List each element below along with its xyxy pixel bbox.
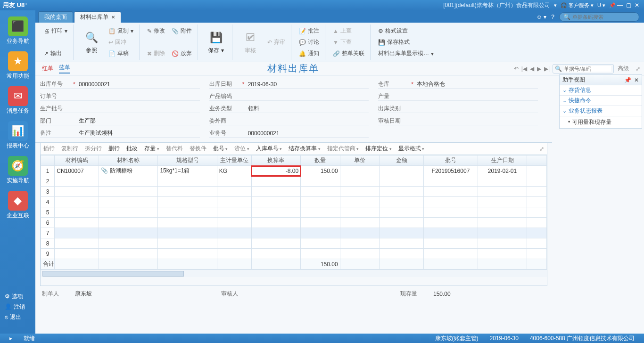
gb-insrow[interactable]: 插行 xyxy=(43,145,55,153)
gb-loc[interactable]: 货位 xyxy=(234,145,249,153)
tab-material-out[interactable]: 材料出库单✕ xyxy=(74,11,121,23)
gb-keeper[interactable]: 指定代管商 xyxy=(327,145,359,153)
barcode-input[interactable] xyxy=(572,14,634,20)
tab-desktop[interactable]: 我的桌面 xyxy=(38,11,73,23)
dept-field[interactable]: 生产部 xyxy=(79,117,96,125)
gb-dispfmt[interactable]: 显示格式 xyxy=(398,145,425,153)
grid-row[interactable]: 5 xyxy=(41,207,547,218)
gb-splitrow[interactable]: 拆分行 xyxy=(85,145,102,153)
nav-business[interactable]: ⬛业务导航 xyxy=(4,14,32,47)
sec-quick[interactable]: 快捷命令 xyxy=(560,96,642,106)
abandon-button[interactable]: 🚫 放弃 xyxy=(170,49,194,59)
help-icon[interactable]: ? xyxy=(551,14,554,20)
doc-search[interactable]: 🔍 xyxy=(553,64,614,74)
save-button[interactable]: 💾保存 ▾ xyxy=(204,30,228,55)
attach-button[interactable]: 📎 附件 xyxy=(170,26,194,36)
advanced-link[interactable]: 高级 xyxy=(618,65,629,73)
delete-button[interactable]: ✖ 删除 xyxy=(145,49,167,59)
close-button[interactable]: ✕ xyxy=(633,2,641,8)
nav-favorites[interactable]: ★常用功能 xyxy=(4,49,32,82)
gb-batchmod[interactable]: 批改 xyxy=(126,145,138,153)
cell-name[interactable]: 📎 防潮糖粉 xyxy=(99,166,158,176)
blue-doc-link[interactable]: 蓝单 xyxy=(59,64,70,74)
copy-button[interactable]: 📋 复制 ▾ xyxy=(107,26,135,36)
grid-row-1[interactable]: 1 CN100007 📎 防潮糖粉 15kg*1=1箱 KG -8.00 150… xyxy=(41,166,547,176)
saveformat-button[interactable]: 💾 保存格式 xyxy=(376,37,436,48)
exit-link[interactable]: ⎋ 退出 xyxy=(5,312,35,322)
grid-row[interactable]: 2 xyxy=(41,176,547,187)
dropdown-icon[interactable]: ▾ xyxy=(554,2,557,8)
pin-icon[interactable]: 📌 xyxy=(609,2,616,8)
modify-button[interactable]: ✎ 修改 xyxy=(145,26,167,36)
linkclose-button[interactable]: 🔗 整单关联 xyxy=(331,49,366,59)
gb-copyrow[interactable]: 复制行 xyxy=(61,145,78,153)
logout-link[interactable]: 👤 注销 xyxy=(5,302,35,312)
grid-row[interactable]: 8 xyxy=(41,238,547,249)
doc-search-input[interactable] xyxy=(564,66,611,72)
rewind-button[interactable]: ↩ 回冲 xyxy=(107,37,135,48)
gb-inno[interactable]: 入库单号 xyxy=(256,145,282,153)
maximize-button[interactable]: ▢ xyxy=(624,2,633,8)
gb-convrate[interactable]: 结存换算率 xyxy=(289,145,321,153)
next-icon[interactable]: ▶ xyxy=(537,65,541,72)
displaytpl-button[interactable]: 材料出库单显示模… ▾ xyxy=(376,49,436,59)
out-date-field[interactable]: 2019-06-30 xyxy=(248,81,277,88)
draft-button[interactable]: 📄 草稿 xyxy=(107,49,135,59)
cell-uom[interactable]: KG xyxy=(217,166,251,176)
h-scrollbar[interactable] xyxy=(41,270,547,277)
output-button[interactable]: ↗ 输出 xyxy=(42,49,69,59)
sec-stock[interactable]: 存货信息 xyxy=(560,85,642,96)
undo-icon[interactable]: ↶ xyxy=(514,65,519,72)
bno-field[interactable]: 0000000021 xyxy=(248,130,280,137)
discard-audit-button[interactable]: ↶ 弃审 xyxy=(265,37,287,48)
remark-field[interactable]: 生产测试领料 xyxy=(79,129,113,137)
status-expand-icon[interactable]: ▸ xyxy=(9,335,12,342)
grid-row[interactable]: 4 xyxy=(41,197,547,207)
grid-row[interactable]: 6 xyxy=(41,218,547,228)
red-doc-link[interactable]: 红单 xyxy=(42,65,53,73)
tab-close-icon[interactable]: ✕ xyxy=(111,15,115,20)
gb-altpart[interactable]: 替换件 xyxy=(190,145,206,153)
reference-button[interactable]: 🔍参照 xyxy=(79,30,104,55)
cell-spec[interactable]: 15kg*1=1箱 xyxy=(158,166,217,176)
nav-impl[interactable]: 🧭实施导航 xyxy=(4,154,32,187)
grid-row[interactable]: 7 xyxy=(41,228,547,238)
print-button[interactable]: 🖨 打印 ▾ xyxy=(42,26,69,36)
audit-button[interactable]: 🗹审核 xyxy=(238,30,263,55)
options-link[interactable]: ⚙ 选项 xyxy=(5,291,35,302)
prev-icon[interactable]: ◀ xyxy=(530,65,534,72)
minimize-button[interactable]: — xyxy=(616,2,624,8)
nav-interop[interactable]: ◆企业互联 xyxy=(4,188,32,221)
up-button[interactable]: ▲ 上查 xyxy=(331,26,366,36)
smiley-icon[interactable]: ☺ ▾ xyxy=(537,14,547,20)
item-available[interactable]: 可用量和现存量 xyxy=(560,116,642,128)
gb-sort[interactable]: 排序定位 xyxy=(365,145,392,153)
pin-icon[interactable]: 📌 xyxy=(624,77,631,83)
gb-altmat[interactable]: 替代料 xyxy=(166,145,183,153)
warehouse-field[interactable]: 本地合格仓 xyxy=(417,80,445,88)
nav-messages[interactable]: ✉消息任务 xyxy=(4,84,32,117)
u-menu[interactable]: U ▾ xyxy=(597,2,605,8)
service-link[interactable]: 🎧 客户服务 ▾ xyxy=(561,2,594,9)
expand-icon[interactable]: ⤢ xyxy=(636,65,640,72)
gb-delrow[interactable]: 删行 xyxy=(108,145,120,153)
first-icon[interactable]: |◀ xyxy=(521,65,527,72)
sec-report[interactable]: 业务状态报表 xyxy=(560,106,642,116)
cell-lot[interactable]: F20190516007 xyxy=(424,166,478,176)
cell-rate[interactable]: -8.00 xyxy=(251,166,300,176)
down-button[interactable]: ▼ 下查 xyxy=(331,37,366,48)
gb-more-icon[interactable]: ⤢ xyxy=(539,146,544,152)
panel-close-icon[interactable]: ✕ xyxy=(634,77,639,83)
gb-lot[interactable]: 批号 xyxy=(213,145,228,153)
cell-pdate[interactable]: 2019-02-01 xyxy=(478,166,527,176)
nav-reports[interactable]: 📊报表中心 xyxy=(4,119,32,152)
cell-code[interactable]: CN100007 xyxy=(55,166,99,176)
notify-button[interactable]: 🔔 通知 xyxy=(297,49,321,59)
btype-field[interactable]: 领料 xyxy=(248,105,259,113)
out-no-field[interactable]: 0000000021 xyxy=(79,81,110,88)
gb-stock[interactable]: 存量 xyxy=(144,145,159,153)
note-button[interactable]: 📝 批注 xyxy=(297,26,321,36)
format-button[interactable]: ⚙ 格式设置 xyxy=(376,26,436,36)
discuss-button[interactable]: 💬 讨论 xyxy=(297,37,321,48)
barcode-search[interactable]: 🔍 xyxy=(559,12,639,22)
